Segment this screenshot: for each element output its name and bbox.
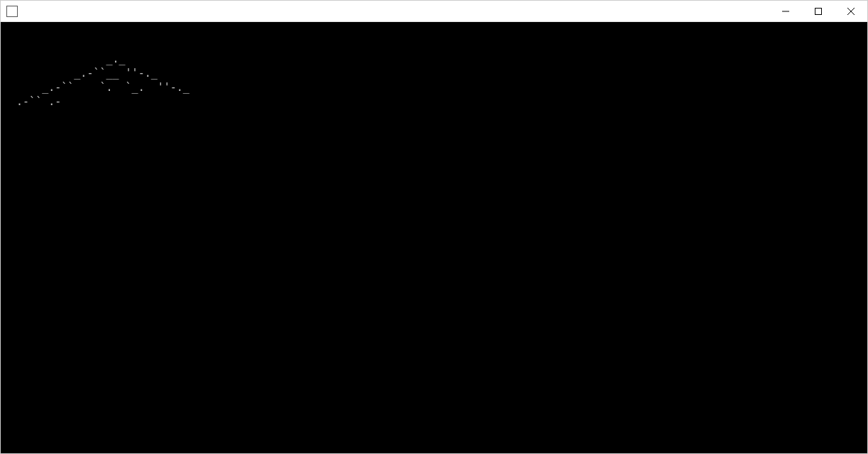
- maximize-icon: [815, 8, 822, 15]
- minimize-icon: [782, 8, 789, 15]
- app-icon: [6, 6, 18, 17]
- window-frame: _._ _.-``__ ''-._ _.-`` `. `_. ''-._ .-`…: [0, 0, 868, 454]
- svg-rect-1: [815, 8, 822, 14]
- titlebar[interactable]: [1, 1, 867, 22]
- close-button[interactable]: [835, 1, 867, 22]
- minimize-button[interactable]: [769, 1, 802, 22]
- close-icon: [847, 8, 855, 15]
- terminal-output[interactable]: _._ _.-``__ ''-._ _.-`` `. `_. ''-._ .-`…: [1, 22, 867, 453]
- window-controls: [769, 1, 867, 22]
- maximize-button[interactable]: [802, 1, 835, 22]
